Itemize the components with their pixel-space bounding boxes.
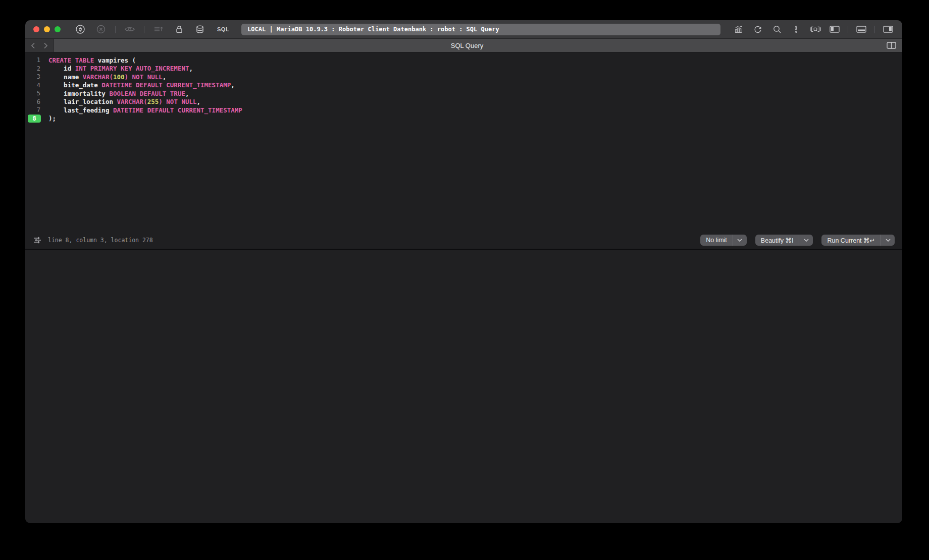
code-line[interactable]: 4 bite_date DATETIME DEFAULT CURRENT_TIM… (25, 81, 902, 90)
line-number: 6 (25, 98, 44, 105)
code-text: CREATE TABLE vampires ( (44, 57, 136, 64)
toolbar: SQL LOCAL | MariaDB 10.9.3 : Roboter Cli… (25, 20, 902, 39)
line-number: 3 (25, 73, 44, 80)
tab-bar: SQL Query (25, 39, 902, 52)
code-text: id INT PRIMARY KEY AUTO_INCREMENT, (44, 65, 193, 72)
forward-icon[interactable] (43, 42, 48, 49)
results-pane[interactable] (25, 249, 902, 523)
cursor-position-text: line 8, column 3, location 278 (48, 237, 153, 244)
line-number: 1 (25, 57, 44, 64)
code-text: ); (44, 115, 56, 122)
limit-dropdown-button[interactable]: No limit (700, 235, 747, 246)
split-view-icon[interactable] (880, 39, 902, 52)
window-controls (25, 26, 61, 32)
query-log-icon[interactable] (152, 23, 165, 35)
desktop: SQL LOCAL | MariaDB 10.9.3 : Roboter Cli… (0, 0, 929, 560)
code-text: immortality BOOLEAN DEFAULT TRUE, (44, 90, 189, 97)
fit-window-icon[interactable] (809, 23, 821, 35)
process-stats-icon[interactable] (733, 23, 745, 35)
tab-navigation (25, 39, 54, 52)
back-icon[interactable] (31, 42, 35, 49)
sql-mode-badge: SQL (217, 26, 229, 32)
code-text: name VARCHAR(100) NOT NULL, (44, 73, 166, 81)
sql-editor[interactable]: 1CREATE TABLE vampires (2 id INT PRIMARY… (25, 52, 902, 249)
chevron-down-icon[interactable] (733, 239, 747, 242)
toggle-bottom-panel-icon[interactable] (855, 23, 867, 35)
toggle-left-panel-icon[interactable] (829, 23, 841, 35)
tab-sql-query[interactable]: SQL Query (54, 39, 880, 52)
toolbar-divider (144, 26, 144, 33)
toolbar-divider (848, 26, 848, 33)
toolbar-divider (874, 26, 875, 33)
code-line[interactable]: 6 lair_location VARCHAR(255) NOT NULL, (25, 98, 902, 106)
close-window-button[interactable] (33, 26, 39, 32)
current-line-number: 8 (25, 115, 44, 123)
editor-settings-icon[interactable] (33, 236, 42, 244)
toggle-right-panel-icon[interactable] (882, 23, 894, 35)
status-left: line 8, column 3, location 278 (33, 236, 153, 244)
editor-status-bar: line 8, column 3, location 278 No limit … (25, 232, 902, 249)
code-line[interactable]: 8); (25, 115, 902, 123)
connection-title-field[interactable]: LOCAL | MariaDB 10.9.3 : Roboter Client … (241, 24, 720, 35)
code-line[interactable]: 3 name VARCHAR(100) NOT NULL, (25, 73, 902, 81)
more-options-icon[interactable] (790, 23, 802, 35)
preview-eye-icon[interactable] (123, 23, 136, 35)
chevron-down-icon[interactable] (881, 239, 895, 242)
status-buttons: No limit Beautify ⌘I Run (700, 235, 895, 246)
minimize-window-button[interactable] (44, 26, 50, 32)
code-line[interactable]: 1CREATE TABLE vampires ( (25, 56, 902, 65)
lock-icon[interactable] (173, 23, 186, 35)
disconnect-icon[interactable] (94, 23, 108, 35)
line-number: 5 (25, 90, 44, 97)
limit-label: No limit (700, 237, 733, 244)
beautify-button[interactable]: Beautify ⌘I (755, 235, 813, 246)
chevron-down-icon[interactable] (799, 239, 813, 242)
toolbar-divider (115, 26, 116, 33)
code-line[interactable]: 7 last_feeding DATETIME DEFAULT CURRENT_… (25, 106, 902, 115)
code-text: bite_date DATETIME DEFAULT CURRENT_TIMES… (44, 81, 235, 89)
code-line[interactable]: 5 immortality BOOLEAN DEFAULT TRUE, (25, 89, 902, 98)
line-number: 4 (25, 82, 44, 89)
run-current-button[interactable]: Run Current ⌘↵ (821, 235, 895, 246)
line-number: 2 (25, 65, 44, 72)
tableplus-window: SQL LOCAL | MariaDB 10.9.3 : Roboter Cli… (25, 20, 902, 523)
beautify-label: Beautify ⌘I (755, 237, 799, 244)
code-lines: 1CREATE TABLE vampires (2 id INT PRIMARY… (25, 52, 902, 123)
database-icon[interactable] (193, 23, 207, 35)
code-text: lair_location VARCHAR(255) NOT NULL, (44, 98, 200, 105)
zoom-window-button[interactable] (55, 26, 61, 32)
connection-icon[interactable] (74, 23, 87, 35)
code-line[interactable]: 2 id INT PRIMARY KEY AUTO_INCREMENT, (25, 65, 902, 73)
window-title-text: LOCAL | MariaDB 10.9.3 : Roboter Client … (247, 26, 499, 33)
toolbar-right-icons (733, 23, 894, 35)
run-current-label: Run Current ⌘↵ (821, 237, 881, 244)
code-text: last_feeding DATETIME DEFAULT CURRENT_TI… (44, 106, 242, 114)
search-icon[interactable] (771, 23, 783, 35)
refresh-icon[interactable] (752, 23, 764, 35)
line-number: 7 (25, 106, 44, 114)
toolbar-left-icons: SQL (74, 23, 229, 35)
